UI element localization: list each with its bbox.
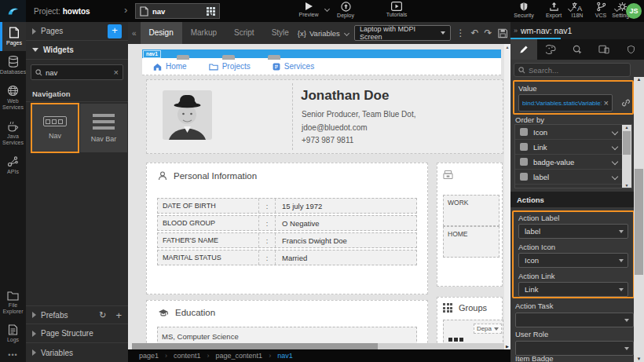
property-search-input[interactable] [529,66,626,75]
tab-devices[interactable] [591,39,617,60]
page-grid-icon[interactable] [207,7,215,16]
clear-search-icon[interactable]: × [114,68,119,77]
groups-truncated-cell[interactable]: Depa [474,324,502,334]
tab-styles[interactable] [537,39,564,60]
chevron-down-icon[interactable] [612,144,618,150]
table-row[interactable]: DATE OF BIRTH : 15 july 1972 [157,198,417,214]
deploy-button[interactable]: Deploy [328,2,363,18]
page-selector[interactable]: nav [135,3,220,19]
nav-item-drag-handle[interactable] [268,55,280,60]
scrollbar-thumb[interactable] [635,169,643,275]
variables-section-header[interactable]: Variables [26,343,128,362]
breadcrumb-separator-icon: › [165,352,167,360]
education-card[interactable]: Education MS, Computer Science [146,300,428,347]
canvas-vertical-scrollbar[interactable]: ▲ [504,44,510,343]
canvas-scroll-right-icon[interactable]: ▶ [504,343,510,349]
rail-item-file-explorer[interactable]: File Explorer [0,286,26,320]
variables-button[interactable]: {x} Variables [298,29,349,38]
contact-home-box[interactable]: HOME [443,226,499,258]
rail-item-pages[interactable]: Pages [0,22,26,51]
widget-search-value[interactable]: nav [46,68,111,77]
table-row[interactable]: BLOOD GROUP : O Negative [157,215,417,231]
property-search-box[interactable] [514,63,631,77]
chevron-down-icon[interactable] [612,174,618,180]
tab-design[interactable]: Design [141,22,182,44]
contact-card[interactable]: WORK HOME [437,163,503,287]
widget-tile-nav-bar[interactable]: Nav Bar [80,104,127,152]
pages-section-header[interactable]: Pages + [26,22,128,41]
groups-row[interactable]: Depa [443,320,503,346]
action-icon-select[interactable]: Icon [518,253,628,268]
tab-markup[interactable]: Markup [182,22,225,44]
tab-events[interactable] [564,39,591,60]
breadcrumb-nav1[interactable]: nav1 [277,352,293,360]
personal-info-card[interactable]: Personal Information DATE OF BIRTH : 15 … [146,163,428,294]
nav-item-drag-handle[interactable] [222,55,235,60]
table-row[interactable]: MARITAL STATUS : Married [157,250,417,265]
order-item-label[interactable]: label [515,170,631,185]
chevron-down-icon[interactable] [612,159,618,165]
preview-button[interactable]: Preview [291,2,326,17]
more-options-icon[interactable]: ⋮ [456,28,466,38]
action-label-select[interactable]: label [518,224,628,239]
collapse-left-panel-icon[interactable]: « [128,29,141,38]
rail-item-java-services[interactable]: Java Services [0,115,26,151]
widget-search-box[interactable]: nav × [31,64,123,80]
tab-security[interactable] [617,39,644,60]
tutorials-button[interactable]: Tutorials [379,2,414,17]
add-page-button[interactable]: + [108,24,122,38]
panel-scrollbar[interactable]: ▲ ▼ [634,77,644,362]
redo-icon[interactable]: ↷ [485,28,492,38]
breadcrumb-page-content1[interactable]: page_content1 [216,352,263,360]
checkbox[interactable] [520,158,528,166]
add-prefab-icon[interactable]: + [115,309,122,321]
profile-card[interactable]: Jonathan Doe Senior Producer, Team Blue … [146,79,503,154]
wavemaker-logo[interactable] [0,0,26,22]
contact-work-box[interactable]: WORK [443,195,499,226]
actions-section-header[interactable]: Actions [510,192,634,207]
user-avatar[interactable]: JS [626,3,642,19]
value-input[interactable]: bind:Variables.staticVariable1.dataSet × [518,94,613,112]
breadcrumb-page1[interactable]: page1 [139,352,159,360]
order-list-scrollbar[interactable]: ▲ ▼ [622,125,631,188]
collapse-right-panel-icon[interactable]: » [510,27,521,35]
checkbox[interactable] [520,173,528,181]
bind-link-icon[interactable] [621,98,631,108]
rail-item-logs[interactable]: Logs [0,320,26,348]
checkbox[interactable] [520,128,528,136]
table-row[interactable]: FATHER'S NAME : Francis Dwight Doe [157,232,417,248]
scrollbar-thumb[interactable] [623,131,631,155]
page-structure-section-header[interactable]: Page Structure [26,324,128,343]
widgets-section-header[interactable]: Widgets [26,41,128,60]
device-selector[interactable]: Laptop with MDPI Screen [354,25,451,41]
nav-link-projects[interactable]: Projects [209,62,251,71]
tab-style[interactable]: Style [263,22,298,44]
nav-item-drag-handle[interactable] [177,55,189,60]
order-item-badge-value[interactable]: badge-value [515,155,631,170]
rail-item-web-services[interactable]: Web Services [0,80,26,115]
action-task-select[interactable] [515,313,634,327]
prefabs-section-header[interactable]: Prefabs ↻ + [26,305,128,324]
action-link-select[interactable]: Link [518,282,628,297]
widget-tile-nav[interactable]: Nav [31,104,79,152]
scrollbar-thumb[interactable] [132,343,378,349]
clear-value-icon[interactable]: × [604,98,609,108]
undo-icon[interactable]: ↶ [471,28,479,38]
refresh-prefabs-icon[interactable]: ↻ [99,310,106,320]
nav-link-services[interactable]: Services [273,62,314,71]
groups-card[interactable]: Groups Depa [437,297,503,347]
canvas-horizontal-scrollbar[interactable] [132,343,504,349]
tab-script[interactable]: Script [225,22,263,44]
order-item-icon[interactable]: Icon [515,125,631,140]
order-item-link[interactable]: Link [515,140,631,155]
checkbox[interactable] [520,143,528,151]
save-icon[interactable] [498,28,507,38]
rail-more-icon[interactable]: ••• [0,348,26,362]
nav-link-home[interactable]: Home [153,62,187,71]
rail-item-apis[interactable]: APIs [0,151,26,180]
breadcrumb-content1[interactable]: content1 [174,352,201,360]
nav1-selection-bar[interactable]: nav1 [142,49,501,58]
tab-properties[interactable] [510,39,537,60]
rail-item-databases[interactable]: Databases [0,51,26,80]
chevron-down-icon[interactable] [612,129,618,135]
